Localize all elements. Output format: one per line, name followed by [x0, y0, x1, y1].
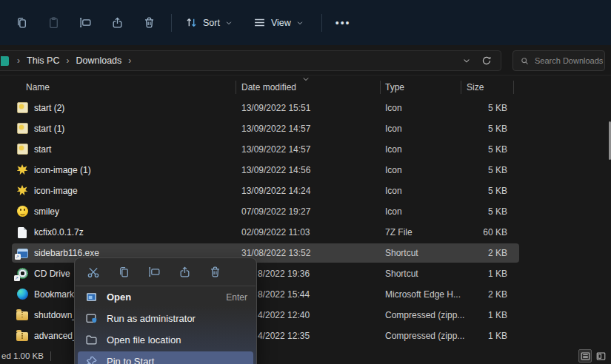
- file-size: 2 KB: [415, 248, 507, 258]
- copy-button[interactable]: [9, 10, 34, 36]
- paste-button[interactable]: [41, 10, 66, 36]
- column-divider[interactable]: [461, 81, 461, 94]
- column-header-name[interactable]: Name: [26, 82, 50, 92]
- table-row[interactable]: start (2) 13/09/2022 15:51 Icon 5 KB: [0, 98, 611, 118]
- chevron-down-icon: [296, 19, 304, 27]
- chevron-down-icon: [225, 19, 233, 27]
- view-label: View: [271, 18, 291, 28]
- address-chevron-down-icon[interactable]: [462, 56, 471, 65]
- view-icon: [253, 16, 266, 29]
- delete-button[interactable]: [208, 266, 221, 279]
- copy-icon: [16, 16, 28, 29]
- search-placeholder: Search Downloads: [535, 56, 603, 65]
- command-toolbar: Sort View •••: [0, 0, 611, 45]
- app-window-icon: [85, 291, 98, 303]
- app-shortcut-icon: [16, 247, 28, 259]
- file-name: start (1): [34, 124, 64, 134]
- column-header-date[interactable]: Date modified: [241, 82, 296, 92]
- table-row[interactable]: start 13/09/2022 14:57 Icon 5 KB: [0, 139, 611, 160]
- breadcrumb-chevron: ›: [64, 55, 71, 66]
- view-dropdown[interactable]: View: [247, 12, 310, 33]
- refresh-icon[interactable]: [481, 55, 492, 66]
- file-date-modified: 31/08/2022 13:52: [241, 248, 310, 258]
- details-view-icon[interactable]: [578, 349, 592, 363]
- table-row[interactable]: kcfix0.0.1.7z 02/09/2022 11:03 7Z File 6…: [0, 222, 611, 243]
- selection-size-text: ed 1.00 KB: [1, 351, 44, 360]
- menu-item-shortcut: Enter: [226, 292, 247, 303]
- column-divider[interactable]: [236, 81, 236, 94]
- menu-item-run-as-administrator[interactable]: Run as administrator: [75, 308, 256, 329]
- table-row[interactable]: icon-image (1) 13/09/2022 14:56 Icon 5 K…: [0, 160, 611, 181]
- file-date-modified: 13/09/2022 14:57: [241, 144, 310, 155]
- thumbnails-view-icon[interactable]: [594, 349, 607, 363]
- image-file-icon: [16, 102, 28, 114]
- document-icon: [16, 226, 28, 238]
- file-size: 1 KB: [415, 269, 507, 279]
- edge-icon: [16, 289, 28, 300]
- file-name: start (2): [34, 103, 64, 113]
- context-menu: Open Enter Run as administrator Open fil…: [74, 257, 257, 364]
- menu-item-label: Open file location: [107, 334, 181, 346]
- rename-button[interactable]: [147, 266, 161, 279]
- share-button[interactable]: [178, 266, 191, 279]
- sort-direction-icon: [302, 76, 310, 82]
- column-divider[interactable]: [380, 81, 381, 94]
- image-file-icon: [16, 144, 28, 155]
- share-button[interactable]: [104, 10, 130, 36]
- cut-button[interactable]: [87, 266, 100, 279]
- copy-button[interactable]: [117, 266, 130, 279]
- column-header-type[interactable]: Type: [385, 82, 404, 92]
- file-name: icon-image: [34, 186, 78, 196]
- file-date-modified: 4/2022 12:40: [258, 310, 310, 320]
- file-name: start: [34, 144, 51, 155]
- file-type: Icon: [385, 186, 402, 196]
- address-box[interactable]: › This PC › Downloads ›: [0, 50, 501, 71]
- menu-item-open-file-location[interactable]: Open file location: [75, 329, 256, 351]
- file-date-modified: 13/09/2022 14:24: [241, 186, 310, 196]
- search-icon: [520, 56, 530, 66]
- file-date-modified: 13/09/2022 15:51: [241, 103, 310, 113]
- address-bar: › This PC › Downloads › Search Downloads: [0, 45, 611, 75]
- pin-icon: [85, 355, 98, 364]
- table-row[interactable]: smiley 07/09/2022 19:27 Icon 5 KB: [0, 201, 611, 222]
- file-date-modified: 02/09/2022 11:03: [241, 227, 310, 237]
- file-date-modified: 07/09/2022 19:27: [241, 206, 310, 217]
- delete-icon: [209, 266, 221, 278]
- context-quick-actions: [75, 258, 256, 286]
- shield-icon: [85, 312, 98, 325]
- column-header-size[interactable]: Size: [467, 82, 484, 92]
- rename-button[interactable]: [73, 10, 98, 36]
- file-date-modified: 8/2022 15:44: [258, 289, 310, 300]
- file-type: Shortcut: [385, 269, 418, 279]
- rename-icon: [79, 16, 92, 29]
- column-divider[interactable]: [513, 81, 514, 94]
- file-name: CD Drive: [34, 269, 70, 279]
- cut-icon: [87, 266, 100, 279]
- sort-label: Sort: [203, 18, 220, 28]
- share-icon: [178, 266, 191, 278]
- menu-item-label: Pin to Start: [107, 356, 154, 364]
- menu-item-open[interactable]: Open Enter: [75, 286, 256, 308]
- table-row[interactable]: icon-image 13/09/2022 14:24 Icon 5 KB: [0, 181, 611, 201]
- folder-icon: [85, 334, 98, 346]
- toolbar-divider: [321, 14, 322, 32]
- delete-button[interactable]: [136, 10, 161, 36]
- file-name: icon-image (1): [34, 165, 91, 175]
- column-headers: Name Date modified Type Size: [0, 76, 611, 98]
- file-size: 5 KB: [415, 124, 507, 134]
- delete-icon: [143, 16, 156, 29]
- file-name: sidebarb116.exe: [34, 248, 99, 258]
- image-file-icon: [16, 123, 28, 135]
- search-input[interactable]: Search Downloads: [512, 50, 605, 71]
- more-options-button[interactable]: •••: [330, 14, 357, 32]
- file-type: Icon: [385, 144, 402, 155]
- breadcrumb-downloads[interactable]: Downloads: [71, 53, 126, 68]
- menu-item-pin-to-start[interactable]: Pin to Start: [75, 351, 256, 364]
- sort-dropdown[interactable]: Sort: [179, 12, 238, 33]
- file-type: Icon: [385, 124, 402, 134]
- starburst-icon: [16, 164, 28, 176]
- table-row[interactable]: start (1) 13/09/2022 14:57 Icon 5 KB: [0, 118, 611, 139]
- paste-icon: [47, 16, 60, 29]
- breadcrumb-this-pc[interactable]: This PC: [22, 53, 64, 68]
- file-size: 1 KB: [415, 310, 507, 320]
